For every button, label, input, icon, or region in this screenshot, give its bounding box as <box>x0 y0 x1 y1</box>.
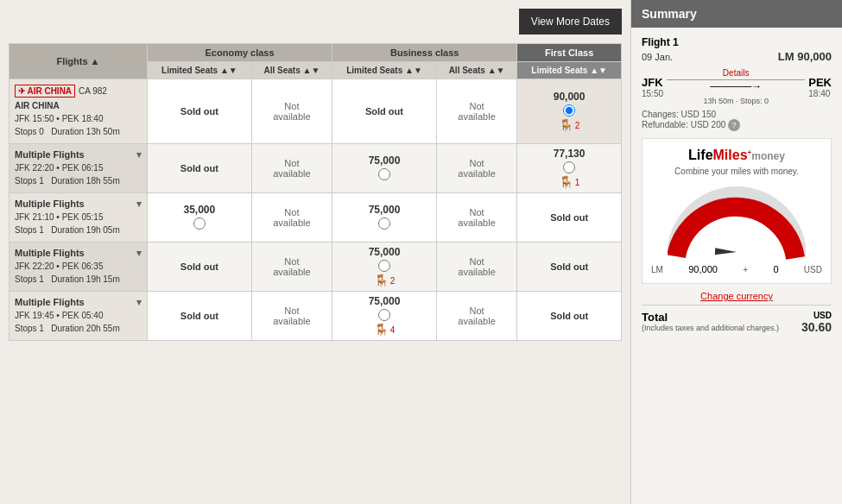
table-row: Multiple Flights ▾ JFK 22:20 • PEK 06:35… <box>9 243 622 292</box>
table-row: Multiple Flights ▾ JFK 19:45 • PEK 05:40… <box>9 292 622 341</box>
economy-class-header: Economy class <box>148 44 332 62</box>
multiple-flights-label: Multiple Flights ▾ <box>15 149 142 160</box>
flights-cell: Multiple Flights ▾ JFK 21:10 • PEK 05:15… <box>9 193 148 243</box>
first-limited-cell[interactable]: 90,000🪑2 <box>517 79 622 144</box>
flight-details: JFK 19:45 • PEK 05:40 Stops 1 Duration 2… <box>15 309 142 335</box>
economy-limited-cell: Sold out <box>148 79 252 144</box>
multiple-flights-label: Multiple Flights ▾ <box>15 297 142 307</box>
flight-details: JFK 21:10 • PEK 05:15 Stops 1 Duration 1… <box>15 211 142 236</box>
first-limited-header: Limited Seats ▲▼ <box>517 62 622 79</box>
economy-limited-header: Limited Seats ▲▼ <box>148 62 252 79</box>
sort-icon[interactable]: ▲▼ <box>590 66 607 75</box>
gauge-plus: + <box>743 265 748 274</box>
business-limited-radio[interactable] <box>378 168 390 180</box>
origin-time: 15:50 <box>642 89 663 98</box>
economy-all-cell: Notavailable <box>251 243 332 292</box>
expand-icon[interactable]: ▾ <box>136 198 142 210</box>
details-link[interactable]: Details <box>667 68 805 78</box>
economy-limited-cell: Sold out <box>148 144 252 193</box>
total-currency: USD <box>801 311 832 320</box>
changes-text: Changes: USD 150 <box>642 110 716 119</box>
expand-icon[interactable]: ▾ <box>136 248 142 259</box>
flights-cell: Multiple Flights ▾ JFK 22:20 • PEK 06:15… <box>9 144 148 193</box>
flight-details: AIR CHINA JFK 15:50 • PEK 18:40 Stops 0 … <box>15 99 142 138</box>
seat-icon: 🪑 <box>374 323 389 337</box>
seat-icon: 🪑 <box>559 175 573 189</box>
lifemiles-tagline: Combine your miles with money. <box>651 167 822 176</box>
business-limited-header: Limited Seats ▲▼ <box>332 62 437 79</box>
table-row: Multiple Flights ▾ JFK 21:10 • PEK 05:15… <box>9 193 622 243</box>
total-amount: 30.60 <box>801 320 832 334</box>
business-limited-cell: Sold out <box>332 79 437 144</box>
business-all-cell: Notavailable <box>436 193 516 243</box>
flights-cell: Multiple Flights ▾ JFK 19:45 • PEK 05:40… <box>9 292 148 341</box>
flights-sort-icon[interactable]: ▲ <box>91 56 100 66</box>
gauge-lm-label: LM <box>651 265 663 274</box>
refundable-text: Refundable: USD 200 <box>642 120 725 129</box>
economy-all-cell: Notavailable <box>251 79 332 144</box>
multiple-flights-label: Multiple Flights ▾ <box>15 198 142 209</box>
help-icon[interactable]: ? <box>728 119 740 131</box>
table-row: ✈ AIR CHINA CA 982 AIR CHINA JFK 15:50 •… <box>9 79 622 144</box>
first-limited-cell[interactable]: 77,130🪑1 <box>517 144 622 193</box>
airline-logo: ✈ AIR CHINA <box>15 85 75 98</box>
business-limited-cell[interactable]: 75,000🪑4 <box>332 292 437 341</box>
table-row: Multiple Flights ▾ JFK 22:20 • PEK 06:15… <box>9 144 622 193</box>
route-duration: 13h 50m · Stops: 0 <box>703 97 769 105</box>
economy-limited-cell: Sold out <box>148 292 252 341</box>
sort-icon[interactable]: ▲▼ <box>405 66 422 75</box>
summary-header: Summary <box>631 0 842 28</box>
expand-icon[interactable]: ▾ <box>136 149 142 161</box>
flight-label: Flight 1 <box>642 36 832 48</box>
dest-time: 18:40 <box>808 89 832 98</box>
first-limited-radio[interactable] <box>563 104 575 117</box>
business-all-cell: Notavailable <box>436 144 516 193</box>
gauge-lm-value: 90,000 <box>688 264 718 274</box>
sort-icon[interactable]: ▲▼ <box>303 66 320 75</box>
business-limited-cell[interactable]: 75,000 <box>332 193 437 243</box>
lm-price: LM 90,000 <box>778 50 832 63</box>
flight-details: JFK 22:20 • PEK 06:35 Stops 1 Duration 1… <box>15 260 142 286</box>
economy-all-header: All Seats ▲▼ <box>251 62 332 79</box>
sort-icon[interactable]: ▲▼ <box>220 66 237 75</box>
first-class-header: First Class <box>517 44 622 62</box>
flight-date: 09 Jan. <box>642 52 673 62</box>
gauge-usd-value: 0 <box>773 264 778 274</box>
business-all-cell: Notavailable <box>436 292 516 341</box>
first-limited-radio[interactable] <box>563 161 575 173</box>
flight-number: CA 982 <box>79 86 107 96</box>
svg-marker-0 <box>715 248 737 255</box>
business-limited-radio[interactable] <box>378 309 390 321</box>
seat-icon: 🪑 <box>559 118 573 132</box>
dest-airport: PEK <box>808 76 832 89</box>
economy-limited-cell[interactable]: 35,000 <box>148 193 252 243</box>
lifemiles-logo: LifeMiles+money <box>651 148 822 163</box>
economy-limited-radio[interactable] <box>193 217 206 230</box>
business-all-cell: Notavailable <box>436 79 516 144</box>
economy-limited-cell: Sold out <box>148 243 252 292</box>
economy-all-cell: Notavailable <box>251 144 332 193</box>
business-limited-radio[interactable] <box>378 260 390 272</box>
first-limited-cell: Sold out <box>517 292 622 341</box>
economy-all-cell: Notavailable <box>251 193 332 243</box>
flights-col-header: Flights ▲ <box>9 44 148 79</box>
gauge-usd-label: USD <box>804 265 822 274</box>
business-class-header: Business class <box>332 44 517 62</box>
total-label: Total <box>642 311 668 324</box>
multiple-flights-label: Multiple Flights ▾ <box>15 248 142 258</box>
origin-airport: JFK <box>642 76 663 89</box>
sort-icon[interactable]: ▲▼ <box>488 66 505 75</box>
total-note: (Includes taxes and additional charges.) <box>642 324 779 332</box>
business-limited-cell[interactable]: 75,000🪑2 <box>332 243 437 292</box>
seat-icon: 🪑 <box>374 274 389 287</box>
change-currency-link[interactable]: Change currency <box>642 291 832 301</box>
flights-cell: Multiple Flights ▾ JFK 22:20 • PEK 06:35… <box>9 243 148 292</box>
economy-all-cell: Notavailable <box>251 292 332 341</box>
business-limited-cell[interactable]: 75,000 <box>332 144 437 193</box>
first-limited-cell: Sold out <box>517 243 622 292</box>
business-limited-radio[interactable] <box>378 217 390 230</box>
expand-icon[interactable]: ▾ <box>136 297 142 308</box>
flight-details: JFK 22:20 • PEK 06:15 Stops 1 Duration 1… <box>15 161 142 187</box>
first-limited-cell: Sold out <box>517 193 622 243</box>
view-more-dates-button[interactable]: View More Dates <box>519 9 622 35</box>
